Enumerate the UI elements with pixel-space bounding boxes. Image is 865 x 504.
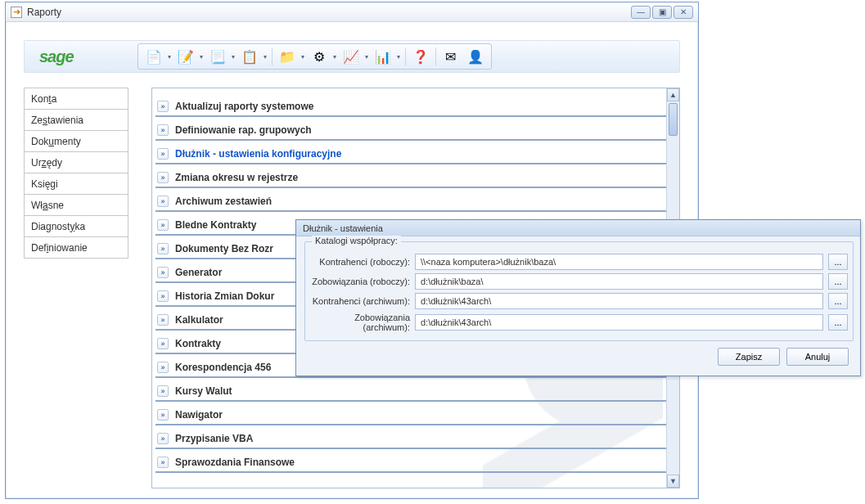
browse-button[interactable]: ... xyxy=(828,273,848,290)
report-label: Historia Zmian Dokur xyxy=(175,290,274,302)
report-row[interactable]: »Zmiana okresu w rejestrze xyxy=(155,168,666,188)
expand-icon[interactable]: » xyxy=(157,362,169,373)
expand-icon[interactable]: » xyxy=(157,172,169,183)
expand-icon[interactable]: » xyxy=(157,148,169,160)
expand-icon[interactable]: » xyxy=(157,385,169,397)
report-label: Nawigator xyxy=(175,409,223,421)
help-icon[interactable]: ❓ xyxy=(408,46,433,67)
expand-icon[interactable]: » xyxy=(157,457,169,468)
save-button[interactable]: Zapisz xyxy=(718,348,780,366)
group-label: Katalogi współpracy: xyxy=(312,236,401,245)
expand-icon[interactable]: » xyxy=(157,267,169,278)
expand-icon[interactable]: » xyxy=(157,314,169,326)
path-input-3[interactable] xyxy=(415,314,823,331)
expand-icon[interactable]: » xyxy=(157,219,169,231)
settings-doc-icon[interactable]: 📝 xyxy=(173,46,198,67)
cancel-button[interactable]: Anuluj xyxy=(786,348,849,366)
user-icon[interactable]: 👤 xyxy=(463,46,488,67)
path-input-0[interactable] xyxy=(415,254,823,270)
report-label: Kontrakty xyxy=(175,338,221,349)
expand-icon[interactable]: » xyxy=(157,101,169,112)
expand-icon[interactable]: » xyxy=(157,196,169,207)
expand-icon[interactable]: » xyxy=(157,124,169,136)
dropdown-icon[interactable]: ▾ xyxy=(300,53,307,61)
dropdown-icon[interactable]: ▾ xyxy=(363,53,371,61)
sidebar-item-7[interactable]: Definiowanie xyxy=(24,236,128,259)
report-row[interactable]: »Nawigator xyxy=(155,405,666,425)
expand-icon[interactable]: » xyxy=(157,433,169,444)
gears-icon[interactable]: ⚙ xyxy=(307,46,331,67)
field-label: Zobowiązania (roboczy): xyxy=(310,277,410,286)
maximize-button[interactable]: ▣ xyxy=(652,6,672,19)
field-label: Zobowiązania (archiwum): xyxy=(310,313,410,332)
report-label: Sprawozdania Finansowe xyxy=(175,457,295,468)
titlebar: ➜ Raporty — ▣ ✕ xyxy=(6,2,698,22)
catalog-group: Katalogi współpracy: Kontrahenci (robocz… xyxy=(304,241,854,341)
report-label: Generator xyxy=(175,267,222,278)
pit-icon[interactable]: 📊 xyxy=(371,46,395,67)
expand-icon[interactable]: » xyxy=(157,290,169,302)
report-row[interactable]: »Kursy Walut xyxy=(155,381,666,402)
report-label: Dokumenty Bez Rozr xyxy=(175,243,273,254)
minimize-button[interactable]: — xyxy=(631,6,651,19)
doc-icon[interactable]: 📄 xyxy=(142,46,166,67)
expand-icon[interactable]: » xyxy=(157,338,169,349)
report-row[interactable]: »Przypisanie VBA xyxy=(155,429,666,449)
mail-icon[interactable]: ✉ xyxy=(439,46,463,67)
toolbar: sage 📄▾📝▾📃▾📋▾📁▾⚙▾📈▾📊▾❓✉👤 xyxy=(24,40,680,73)
report-label: Kursy Walut xyxy=(175,385,232,397)
scroll-up-button[interactable]: ▲ xyxy=(667,88,679,101)
report-label: Bledne Kontrakty xyxy=(175,219,256,231)
sidebar-item-2[interactable]: Dokumenty xyxy=(24,130,128,152)
folder-icon[interactable]: 📁 xyxy=(275,46,300,67)
sidebar-item-0[interactable]: Konta xyxy=(24,88,128,110)
expand-icon[interactable]: » xyxy=(157,409,169,421)
app-icon: ➜ xyxy=(11,7,22,18)
field-row: Kontrahenci (roboczy):... xyxy=(310,254,848,270)
close-button[interactable]: ✕ xyxy=(674,6,693,19)
expand-icon[interactable]: » xyxy=(157,243,169,254)
chart-icon[interactable]: 📈 xyxy=(339,46,363,67)
report-label: Definiowanie rap. grupowych xyxy=(175,124,312,136)
field-row: Zobowiązania (roboczy):... xyxy=(310,273,848,290)
doc-alert-icon[interactable]: 📋 xyxy=(237,46,262,67)
window-title: Raporty xyxy=(27,7,61,18)
sidebar-item-1[interactable]: Zestawienia xyxy=(24,109,128,131)
report-row[interactable]: »Definiowanie rap. grupowych xyxy=(155,120,666,141)
vat-icon[interactable]: 📃 xyxy=(205,46,230,67)
settings-dialog: Dłużnik - ustawienia Katalogi współpracy… xyxy=(295,219,861,376)
dropdown-icon[interactable]: ▾ xyxy=(166,53,173,61)
report-row[interactable]: »Sprawozdania Finansowe xyxy=(155,452,666,473)
report-label: Aktualizuj raporty systemowe xyxy=(175,101,313,112)
sidebar-item-6[interactable]: Diagnostyka xyxy=(24,215,128,237)
report-row[interactable]: »Archiwum zestawień xyxy=(155,191,666,212)
field-label: Kontrahenci (archiwum): xyxy=(310,296,410,306)
dropdown-icon[interactable]: ▾ xyxy=(198,53,205,61)
browse-button[interactable]: ... xyxy=(828,293,848,309)
scroll-down-button[interactable]: ▼ xyxy=(667,475,679,488)
scroll-thumb[interactable] xyxy=(669,103,678,136)
dropdown-icon[interactable]: ▾ xyxy=(230,53,237,61)
path-input-1[interactable] xyxy=(415,273,823,290)
sidebar-item-3[interactable]: Urzędy xyxy=(24,151,128,173)
dropdown-icon[interactable]: ▾ xyxy=(395,53,403,61)
sidebar-item-4[interactable]: Księgi xyxy=(24,173,128,195)
report-row[interactable]: »Dłużnik - ustawienia konfiguracyjne xyxy=(155,144,666,164)
browse-button[interactable]: ... xyxy=(828,254,848,270)
field-label: Kontrahenci (roboczy): xyxy=(310,257,410,267)
field-row: Kontrahenci (archiwum):... xyxy=(310,293,848,309)
report-label: Przypisanie VBA xyxy=(175,433,253,444)
report-label: Zmiana okresu w rejestrze xyxy=(175,172,298,183)
report-label: Dłużnik - ustawienia konfiguracyjne xyxy=(175,148,341,160)
sage-logo: sage xyxy=(25,47,88,66)
report-row[interactable]: »Aktualizuj raporty systemowe xyxy=(155,97,666,117)
dialog-title: Dłużnik - ustawienia xyxy=(296,220,860,236)
dropdown-icon[interactable]: ▾ xyxy=(262,53,269,61)
path-input-2[interactable] xyxy=(415,293,823,309)
report-label: Archiwum zestawień xyxy=(175,196,272,207)
browse-button[interactable]: ... xyxy=(828,314,848,331)
field-row: Zobowiązania (archiwum):... xyxy=(310,313,848,332)
dropdown-icon[interactable]: ▾ xyxy=(331,53,339,61)
report-label: Kalkulator xyxy=(175,314,223,326)
sidebar-item-5[interactable]: Własne xyxy=(24,194,128,216)
